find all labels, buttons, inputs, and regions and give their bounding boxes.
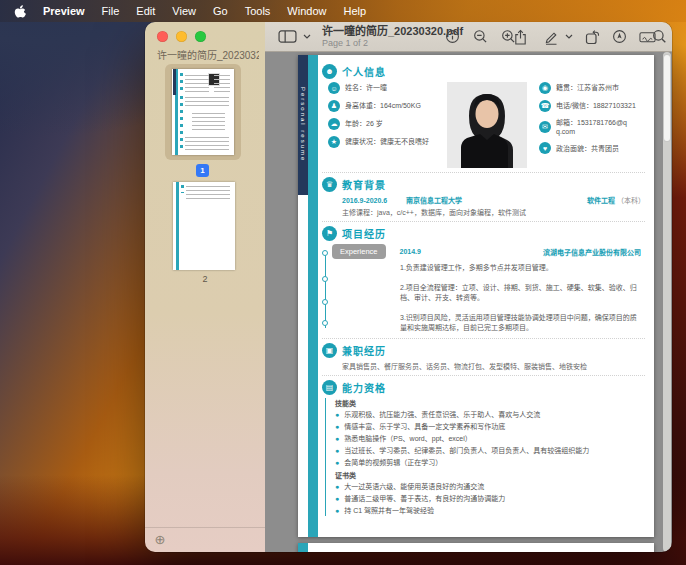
thumb-icons — [180, 73, 183, 93]
resume-teal-strip — [308, 55, 318, 537]
info-text: 电话/微信：18827103321 — [556, 101, 636, 110]
chat-bubble-icon: ☁ — [328, 118, 340, 130]
portrait-photo — [447, 82, 527, 168]
info-icon[interactable] — [442, 26, 463, 48]
info-row-health: ★ 健康状况：健康无不良嗜好 — [328, 136, 447, 148]
menu-item-go[interactable]: Go — [213, 5, 228, 17]
section-divider — [322, 221, 645, 222]
skill-item: ●当过班长、学习委员、纪律委员、部门负责人、项目负责人、具有较强组织能力 — [335, 446, 645, 455]
pdf-page-1: Personal resume ☻ 个人信息 ☺ 姓名：许一曈 — [298, 55, 654, 537]
bullet-icon: ● — [335, 482, 339, 491]
section-parttime: ▣ 兼职经历 — [322, 343, 645, 358]
section-divider — [322, 338, 645, 339]
section-divider — [322, 375, 645, 376]
skill-item: ●乐观积极、抗压能力强、责任意识强、乐于助人、喜欢与人交流 — [335, 410, 645, 419]
timeline-line — [325, 252, 326, 328]
thumb-text-lines — [185, 137, 229, 151]
menu-item-file[interactable]: File — [102, 5, 120, 17]
rotate-icon[interactable] — [581, 26, 603, 48]
resume-side-label: Personal resume — [300, 87, 306, 162]
info-row-name: ☺ 姓名：许一曈 — [328, 82, 447, 94]
pdf-page-2 — [298, 543, 654, 552]
menu-app-name[interactable]: Preview — [43, 5, 85, 17]
sidebar-chevron-icon[interactable] — [300, 26, 314, 48]
bullet-icon: ● — [335, 494, 339, 503]
heart-icon: ♥ — [539, 142, 551, 154]
education-school: 南京信息工程大学 — [406, 195, 462, 205]
briefcase-icon: ▣ — [322, 343, 337, 358]
section-ability: ▤ 能力资格 — [322, 380, 645, 395]
thumb-text-lines — [185, 75, 209, 93]
thumb-text-lines — [192, 113, 225, 133]
person-icon: ☻ — [322, 64, 337, 79]
page-number-badge: 1 — [196, 164, 209, 177]
skill-item: ●情感丰富、乐于学习、具备一定文学素养和写作功底 — [335, 422, 645, 431]
pdf-content-area: Personal resume ☻ 个人信息 ☺ 姓名：许一曈 — [265, 52, 672, 552]
body-icon: ♟ — [328, 100, 340, 112]
thumb-text-lines — [186, 186, 230, 202]
apple-menu-icon[interactable] — [14, 4, 26, 19]
page-thumbnail-1[interactable] — [172, 69, 234, 155]
project-item: 3.识别项目风险，灵活运用项目管理技能协调处理项目中问题，确保项目的质量和实施周… — [400, 313, 637, 334]
skill-item: ●会简单的视频剪辑（正在学习） — [335, 458, 645, 467]
page-2-label: 2 — [145, 274, 265, 284]
menu-item-edit[interactable]: Edit — [136, 5, 155, 17]
zoom-out-icon[interactable] — [470, 26, 491, 48]
cert-item: ●大一过英语六级、能使用英语良好的沟通交流 — [335, 482, 645, 491]
info-row-native-place: ◉ 籍贯：江苏省苏州市 — [539, 82, 645, 94]
toolbar: 许一曈的简历_20230320.pdf Page 1 of 2 — [265, 22, 672, 52]
section-title: 教育背景 — [342, 177, 386, 192]
timeline-dot — [322, 320, 328, 326]
info-row-phone: ☎ 电话/微信：18827103321 — [539, 100, 645, 112]
markup-chevron-icon[interactable] — [562, 26, 576, 48]
graduation-cap-icon: ♛ — [322, 177, 337, 192]
bullet-icon: ● — [335, 434, 339, 443]
desktop: Preview File Edit View Go Tools Window H… — [0, 0, 686, 565]
info-text: 籍贯：江苏省苏州市 — [556, 83, 619, 92]
face-icon: ☺ — [328, 82, 340, 94]
menu-item-help[interactable]: Help — [343, 5, 366, 17]
education-degree: （本科） — [617, 197, 645, 204]
markup-pen-icon[interactable] — [540, 26, 562, 48]
certs-subtitle: 证书类 — [335, 470, 645, 480]
info-text: 年龄：26 岁 — [345, 119, 383, 128]
share-icon[interactable] — [510, 26, 531, 48]
section-projects: ⚑ 项目经历 — [322, 226, 645, 241]
zoom-button[interactable] — [195, 31, 206, 42]
annotate-pen-tip-icon[interactable] — [609, 26, 630, 48]
education-courses: 主修课程：java，c/c++，数据库，面向对象编程，软件测试 — [322, 207, 645, 217]
certificate-grid-icon: ▤ — [322, 380, 337, 395]
section-title: 能力资格 — [342, 380, 386, 395]
scrollbar-thumb[interactable] — [663, 54, 671, 142]
bullet-icon: ● — [335, 506, 339, 515]
resume-teal-strip — [298, 543, 308, 552]
info-row-age: ☁ 年龄：26 岁 — [328, 118, 447, 130]
sidebar-toggle-button[interactable] — [275, 26, 300, 48]
thumb-text-lines — [185, 97, 229, 109]
menu-item-window[interactable]: Window — [287, 5, 326, 17]
location-pin-icon: ◉ — [539, 82, 551, 94]
close-button[interactable] — [157, 31, 168, 42]
thumb-navy-tab — [173, 69, 176, 95]
education-period: 2016.9-2020.6 — [342, 197, 406, 204]
window-title: 许一曈的简历_20230320.... — [157, 47, 259, 62]
thumb-teal-strip — [176, 182, 179, 270]
thumb-icons — [180, 96, 183, 152]
search-icon[interactable] — [649, 26, 670, 48]
menu-bar: Preview File Edit View Go Tools Window H… — [0, 0, 686, 22]
sidebar-zoom-icon[interactable]: ⊕ — [153, 533, 167, 547]
section-personal-info: ☻ 个人信息 — [322, 64, 645, 79]
bullet-icon: ● — [335, 410, 339, 419]
star-icon: ★ — [328, 136, 340, 148]
section-title: 项目经历 — [342, 226, 386, 241]
thumbnail-selection — [165, 64, 241, 160]
preview-window: 许一曈的简历_20230320.... 1 — [145, 22, 672, 552]
menu-item-view[interactable]: View — [172, 5, 196, 17]
menu-item-tools[interactable]: Tools — [245, 5, 271, 17]
page-thumbnail-2[interactable] — [173, 182, 235, 270]
bullet-icon: ● — [335, 458, 339, 467]
minimize-button[interactable] — [176, 31, 187, 42]
project-date: 2014.9 — [400, 248, 421, 255]
skill-item: ●熟悉电脑操作（PS、word、ppt、excel） — [335, 434, 645, 443]
experience-badge: Experience — [332, 244, 386, 259]
